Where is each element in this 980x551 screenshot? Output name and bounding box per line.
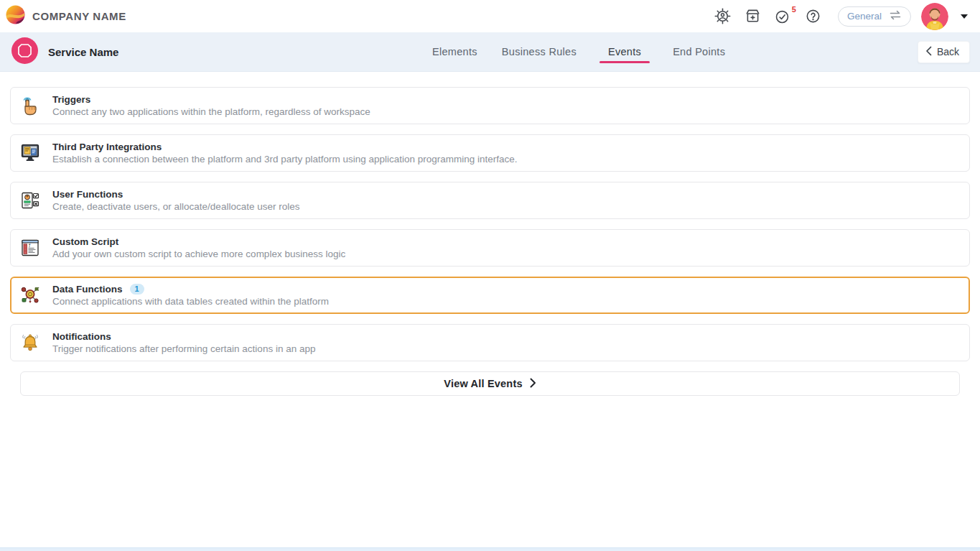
back-label: Back [937,46,959,57]
event-description: Connect any two applications within the … [52,106,370,117]
tab-elements[interactable]: Elements [431,34,479,70]
event-title: Notifications [52,331,111,342]
check-circle-icon [775,8,791,24]
app-header: COMPANY NAME [0,0,980,32]
company-name: COMPANY NAME [32,10,126,22]
service-name: Service Name [48,46,118,58]
storefront-plus-icon [745,8,761,24]
tab-end-points[interactable]: End Points [671,34,727,70]
svg-text:ƒ: ƒ [29,243,31,248]
event-description: Add your own custom script to achieve mo… [52,249,345,259]
user-avatar[interactable] [921,3,948,30]
user-settings-button[interactable] [713,6,733,27]
tab-events[interactable]: Events [599,34,650,70]
bottom-scroll-strip[interactable] [0,547,980,551]
event-description: Connect applications with data tables cr… [52,296,329,307]
marketplace-button[interactable] [743,6,763,27]
event-title: Third Party Integrations [52,142,162,152]
event-row-third-party-integrations[interactable]: Third Party Integrations Establish a con… [10,134,970,172]
event-description: Establish a connection between the platf… [52,154,518,165]
monitor-code-icon [19,142,41,164]
approvals-button[interactable]: 5 [773,6,793,27]
view-all-label: View All Events [444,378,522,389]
profile-menu-caret[interactable] [958,9,970,23]
event-title: Triggers [52,94,90,105]
question-circle-icon [805,8,821,24]
event-description: Create, deactivate users, or allocate/de… [52,201,299,212]
data-network-icon [19,284,41,306]
service-logo-icon [11,37,38,67]
event-row-triggers[interactable]: Triggers Connect any two applications wi… [10,87,970,124]
approvals-count-badge: 5 [792,5,796,14]
bell-icon [19,332,41,353]
event-title: Data Functions [52,284,123,295]
trigger-hand-icon [19,95,41,116]
workspace-switcher[interactable]: General [838,6,911,27]
company-logo-icon [6,5,25,27]
event-description: Trigger notifications after performing c… [52,343,315,354]
event-row-custom-script[interactable]: ƒ Custom Script Add your own custom scri… [10,229,970,267]
events-list: Triggers Connect any two applications wi… [0,72,980,396]
event-row-data-functions[interactable]: Data Functions 1 Connect applications wi… [10,277,970,314]
service-tabs: Elements Business Rules Events End Point… [431,32,727,72]
event-title: Custom Script [52,236,118,247]
workspace-label: General [847,11,882,22]
view-all-events-button[interactable]: View All Events [20,371,960,396]
event-title: User Functions [52,189,123,200]
event-row-user-functions[interactable]: User Functions Create, deactivate users,… [10,182,970,219]
event-count-badge: 1 [130,284,144,295]
company-logo-block[interactable]: COMPANY NAME [6,5,126,27]
script-window-icon: ƒ [19,237,41,259]
back-button[interactable]: Back [918,41,970,63]
chevron-right-icon [530,378,536,390]
service-bar: Service Name Elements Business Rules Eve… [0,32,980,72]
tab-business-rules[interactable]: Business Rules [500,34,578,70]
help-button[interactable] [803,6,823,27]
gear-user-icon [714,8,731,24]
swap-arrows-icon [889,10,902,23]
chevron-left-icon [925,46,932,58]
chevron-down-icon [960,11,969,22]
event-row-notifications[interactable]: Notifications Trigger notifications afte… [10,324,970,361]
id-card-icon [19,190,41,211]
